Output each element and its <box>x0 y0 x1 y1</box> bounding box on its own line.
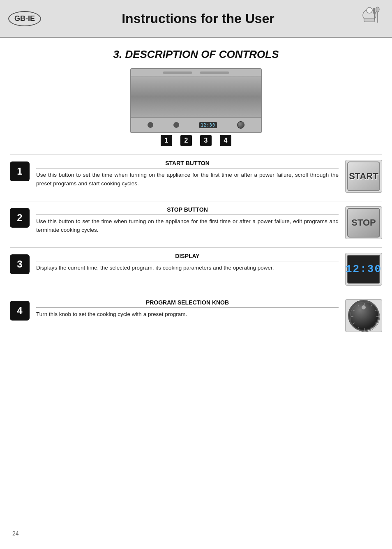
knob-image <box>348 300 379 331</box>
appliance-image: 12:30 <box>130 68 262 133</box>
control-title-2: STOP BUTTON <box>36 206 339 215</box>
svg-line-11 <box>375 310 377 311</box>
control-item-4: 4 PROGRAM SELECTION KNOB Turn this knob … <box>10 294 382 332</box>
control-number-1: 1 <box>10 161 30 181</box>
control-title-3: DISPLAY <box>36 253 339 261</box>
diagram-num-3: 3 <box>200 135 212 146</box>
control-item-2: 2 STOP BUTTON Use this button to set the… <box>10 201 382 239</box>
control-content-4: PROGRAM SELECTION KNOB Turn this knob to… <box>36 299 339 319</box>
control-image-1: START <box>345 160 382 193</box>
svg-line-16 <box>358 327 359 329</box>
control-item-3: 3 DISPLAY Displays the current time, the… <box>10 247 382 286</box>
page-header: GB-IE Instructions for the User <box>0 0 392 38</box>
control-text-3: Displays the current time, the selected … <box>36 264 339 272</box>
diagram-number-labels: 1 2 3 4 <box>130 135 262 146</box>
svg-line-10 <box>371 305 372 307</box>
control-text-4: Turn this knob to set the cooking cycle … <box>36 310 339 319</box>
page-title: Instructions for the User <box>41 11 355 26</box>
svg-line-13 <box>375 323 377 324</box>
display-time-image: 12:30 <box>347 255 380 284</box>
control-content-2: STOP BUTTON Use this button to set the t… <box>36 206 339 235</box>
section-title: 3. DESCRIPTION OF CONTROLS <box>0 48 392 61</box>
control-number-3: 3 <box>10 254 30 274</box>
page-footer: 24 <box>12 530 19 537</box>
svg-point-8 <box>350 302 380 332</box>
control-title-1: START BUTTON <box>36 160 339 168</box>
control-image-4 <box>345 299 382 332</box>
control-item-1: 1 START BUTTON Use this button to set th… <box>10 155 382 193</box>
chef-icon <box>355 4 384 33</box>
svg-point-2 <box>367 7 372 13</box>
diagram-num-2: 2 <box>180 135 192 146</box>
control-content-1: START BUTTON Use this button to set the … <box>36 160 339 188</box>
control-content-3: DISPLAY Displays the current time, the s… <box>36 253 339 272</box>
appliance-diagram: 12:30 1 2 3 4 <box>0 68 392 146</box>
svg-rect-1 <box>364 18 375 22</box>
control-title-4: PROGRAM SELECTION KNOB <box>36 299 339 308</box>
control-items-list: 1 START BUTTON Use this button to set th… <box>0 155 392 332</box>
diagram-num-1: 1 <box>161 135 172 146</box>
svg-line-19 <box>353 310 355 311</box>
control-number-4: 4 <box>10 301 30 321</box>
diagram-num-4: 4 <box>220 135 231 146</box>
control-number-2: 2 <box>10 208 30 228</box>
page-number: 24 <box>12 530 19 537</box>
control-image-2: STOP <box>345 206 382 239</box>
svg-line-20 <box>358 305 359 307</box>
control-text-1: Use this button to set the time when tur… <box>36 171 339 188</box>
svg-point-6 <box>376 7 379 12</box>
svg-line-17 <box>353 323 355 324</box>
stop-button-image: STOP <box>347 208 380 238</box>
control-image-3: 12:30 <box>345 253 382 286</box>
logo-badge: GB-IE <box>8 11 41 26</box>
svg-line-14 <box>371 327 372 329</box>
control-text-2: Use this button to set the time when tur… <box>36 217 339 235</box>
start-button-image: START <box>347 161 380 191</box>
